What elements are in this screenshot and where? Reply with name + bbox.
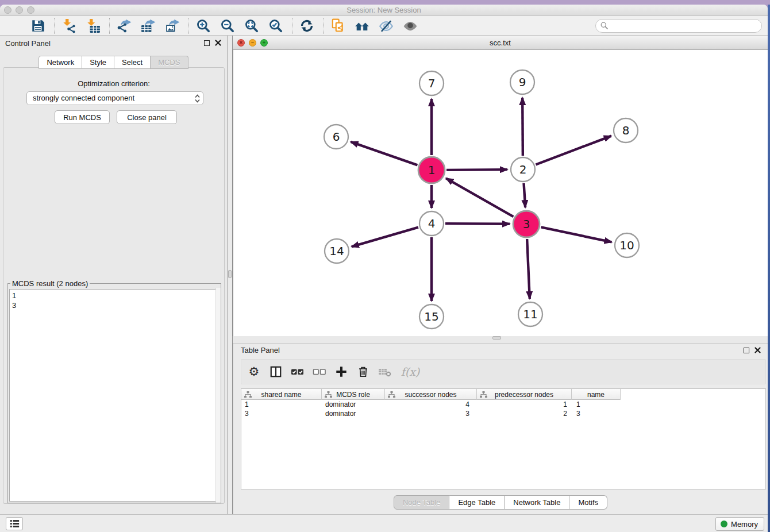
table-cell[interactable]: 3 bbox=[385, 409, 477, 418]
close-panel-button[interactable]: Close panel bbox=[117, 110, 177, 124]
splitter-grip[interactable] bbox=[492, 336, 501, 340]
export-network-button[interactable] bbox=[115, 17, 133, 34]
node-table[interactable]: shared nameMCDS rolesuccessor nodesprede… bbox=[241, 388, 766, 489]
graph-edge-2-9[interactable] bbox=[522, 98, 523, 156]
table-cell[interactable]: 1 bbox=[572, 400, 621, 409]
tab-network-table[interactable]: Network Table bbox=[505, 495, 569, 510]
toolbar-separator bbox=[188, 18, 189, 34]
create-column-button[interactable] bbox=[334, 365, 348, 379]
graph-node-4[interactable]: 4 bbox=[419, 211, 444, 236]
mcds-result-text[interactable]: 13 bbox=[9, 289, 220, 502]
table-cell[interactable]: 1 bbox=[477, 400, 572, 409]
table-cell[interactable]: 4 bbox=[385, 400, 477, 409]
table-cell[interactable]: 3 bbox=[572, 409, 621, 418]
hide-panel-button[interactable] bbox=[377, 17, 395, 34]
export-image-button[interactable] bbox=[163, 17, 182, 34]
memory-label: Memory bbox=[731, 520, 758, 529]
zoom-fit-button[interactable] bbox=[242, 17, 261, 34]
tab-edge-table[interactable]: Edge Table bbox=[449, 495, 505, 510]
zoom-in-icon bbox=[196, 18, 211, 33]
graph-node-2[interactable]: 2 bbox=[511, 157, 535, 182]
criterion-select[interactable]: strongly connected component bbox=[26, 91, 203, 105]
splitter-grip[interactable] bbox=[228, 270, 232, 278]
import-network-button[interactable] bbox=[60, 17, 78, 34]
graph-node-10[interactable]: 10 bbox=[615, 233, 639, 257]
zoom-in-button[interactable] bbox=[194, 17, 213, 34]
deselect-all-columns-button[interactable] bbox=[313, 365, 326, 379]
table-settings-button[interactable]: ⚙ bbox=[247, 365, 261, 379]
function-builder-button[interactable]: f(x) bbox=[400, 365, 421, 379]
control-panel-tabs: NetworkStyleSelectMCDS bbox=[0, 56, 227, 69]
table-cell[interactable]: 1 bbox=[241, 400, 322, 409]
graph-node-1[interactable]: 1 bbox=[418, 157, 445, 183]
export-table-button[interactable] bbox=[139, 17, 157, 34]
memory-button[interactable]: Memory bbox=[715, 517, 764, 531]
tab-style[interactable]: Style bbox=[82, 56, 114, 69]
column-header-name[interactable]: name bbox=[572, 389, 621, 400]
graph-node-11[interactable]: 11 bbox=[518, 302, 542, 326]
graph-edge-4-14[interactable] bbox=[352, 228, 418, 247]
column-header-MCDS-role[interactable]: MCDS role bbox=[322, 389, 385, 400]
graph-edge-3-1[interactable] bbox=[446, 178, 513, 217]
graph-edge-1-6[interactable] bbox=[351, 142, 417, 165]
graph-edge-4-3[interactable] bbox=[445, 223, 510, 224]
graph-edge-1-2[interactable] bbox=[446, 169, 507, 170]
horizontal-splitter[interactable] bbox=[233, 336, 768, 343]
vertical-splitter[interactable] bbox=[228, 36, 233, 514]
select-all-columns-button[interactable] bbox=[291, 365, 305, 379]
table-tabs: Node TableEdge TableNetwork TableMotifs bbox=[233, 495, 768, 510]
network-canvas[interactable]: 7968124314101511 bbox=[233, 50, 768, 336]
run-mcds-button[interactable]: Run MCDS bbox=[55, 110, 110, 124]
delete-column-button[interactable] bbox=[356, 365, 370, 379]
float-panel-icon[interactable] bbox=[744, 348, 749, 353]
graph[interactable]: 7968124314101511 bbox=[233, 50, 768, 336]
tab-network[interactable]: Network bbox=[38, 56, 82, 69]
result-scrollbar[interactable] bbox=[215, 288, 221, 503]
graph-edge-2-8[interactable] bbox=[536, 136, 611, 165]
save-session-button[interactable] bbox=[29, 17, 47, 34]
graph-edge-3-11[interactable] bbox=[527, 239, 530, 299]
show-columns-button[interactable] bbox=[269, 365, 283, 379]
table-row[interactable]: 3dominator323 bbox=[241, 409, 765, 418]
network-window: × − + scc.txt 7968124314101511 bbox=[233, 36, 768, 336]
clone-network-button[interactable] bbox=[329, 17, 347, 34]
table-cell[interactable]: dominator bbox=[322, 400, 385, 409]
svg-text:10: 10 bbox=[619, 238, 634, 252]
import-table-button[interactable] bbox=[84, 17, 102, 34]
tab-motifs[interactable]: Motifs bbox=[569, 495, 607, 510]
table-cell[interactable]: dominator bbox=[322, 409, 385, 418]
column-header-shared-name[interactable]: shared name bbox=[241, 389, 322, 400]
graph-node-7[interactable]: 7 bbox=[419, 71, 444, 95]
graph-node-3[interactable]: 3 bbox=[513, 211, 540, 237]
open-session-button[interactable] bbox=[5, 17, 23, 34]
close-panel-icon[interactable] bbox=[215, 40, 221, 46]
delete-table-icon bbox=[378, 365, 392, 379]
search-input[interactable] bbox=[595, 19, 762, 33]
graph-edge-2-3[interactable] bbox=[524, 183, 526, 207]
zoom-out-button[interactable] bbox=[218, 17, 237, 34]
column-header-predecessor-nodes[interactable]: predecessor nodes bbox=[477, 389, 572, 400]
home-button[interactable] bbox=[353, 17, 371, 34]
svg-text:7: 7 bbox=[428, 76, 436, 90]
table-cell[interactable]: 3 bbox=[241, 409, 322, 418]
show-panel-button[interactable] bbox=[401, 17, 419, 34]
column-header-successor-nodes[interactable]: successor nodes bbox=[385, 389, 477, 400]
tab-node-table[interactable]: Node Table bbox=[394, 495, 450, 510]
graph-node-15[interactable]: 15 bbox=[419, 304, 444, 329]
float-panel-icon[interactable] bbox=[204, 40, 210, 46]
graph-node-9[interactable]: 9 bbox=[510, 70, 534, 94]
graph-node-8[interactable]: 8 bbox=[614, 118, 638, 142]
graph-edge-3-10[interactable] bbox=[541, 227, 611, 242]
close-panel-icon[interactable] bbox=[754, 347, 761, 353]
task-history-button[interactable] bbox=[6, 517, 23, 530]
graph-node-6[interactable]: 6 bbox=[324, 125, 348, 149]
table-row[interactable]: 1dominator411 bbox=[241, 400, 765, 409]
delete-table-button[interactable] bbox=[378, 365, 392, 379]
mcds-result-title: MCDS result (2 nodes) bbox=[10, 279, 90, 288]
table-cell[interactable]: 2 bbox=[477, 409, 572, 418]
graph-node-14[interactable]: 14 bbox=[325, 239, 349, 263]
tab-mcds[interactable]: MCDS bbox=[151, 56, 188, 69]
refresh-button[interactable] bbox=[298, 17, 316, 34]
zoom-selected-button[interactable] bbox=[267, 17, 285, 34]
tab-select[interactable]: Select bbox=[114, 56, 151, 69]
